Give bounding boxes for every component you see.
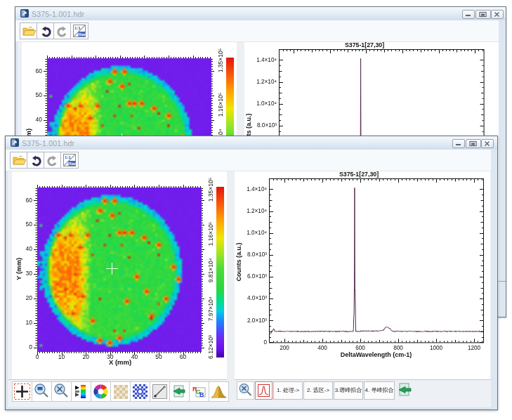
svg-text:1:1: 1:1 (74, 26, 81, 30)
svg-text:1:1: 1:1 (65, 155, 71, 159)
svg-text:Raw: Raw (69, 162, 76, 166)
svg-text:B: B (199, 391, 204, 398)
svg-text:Raw: Raw (79, 33, 86, 37)
